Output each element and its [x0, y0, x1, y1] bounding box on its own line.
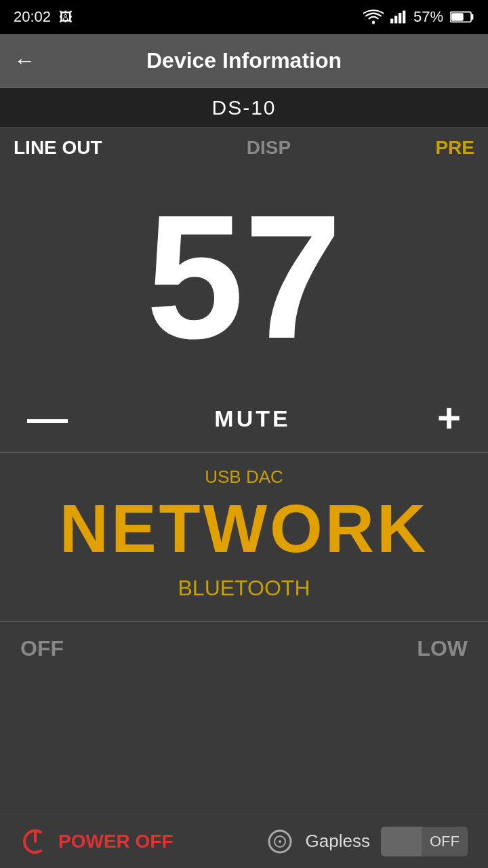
source-section: USB DAC NETWORK BLUETOOTH	[0, 453, 488, 608]
network-label[interactable]: NETWORK	[60, 494, 429, 562]
mute-button[interactable]: MUTE	[214, 406, 290, 432]
page-title: Device Information	[146, 48, 342, 73]
power-icon	[20, 827, 50, 856]
mode-pre[interactable]: PRE	[435, 137, 474, 159]
gapless-section: Gapless OFF	[265, 827, 468, 856]
bottom-controls: OFF LOW	[0, 621, 488, 675]
low-button[interactable]: LOW	[417, 636, 468, 661]
bluetooth-label[interactable]: BLUETOOTH	[178, 576, 310, 601]
battery-icon	[450, 9, 474, 24]
signal-icon	[390, 9, 407, 24]
battery-percent: 57%	[413, 8, 443, 26]
device-name: DS-10	[211, 96, 276, 119]
volume-display: 57	[0, 168, 488, 385]
volume-number: 57	[146, 189, 342, 365]
power-off-section: POWER OFF	[20, 827, 174, 856]
status-right: 57%	[363, 8, 474, 26]
image-icon: 🖼	[59, 9, 73, 25]
svg-rect-2	[394, 16, 397, 23]
svg-point-12	[279, 840, 281, 843]
svg-rect-7	[451, 13, 464, 20]
nav-bar: ← Device Information	[0, 34, 488, 88]
power-bar: POWER OFF Gapless OFF	[0, 814, 488, 868]
back-button[interactable]: ←	[14, 48, 35, 73]
gapless-icon	[265, 827, 295, 856]
status-time: 20:02	[14, 8, 51, 26]
device-name-bar: DS-10	[0, 88, 488, 127]
svg-rect-3	[399, 13, 401, 23]
svg-point-0	[372, 20, 375, 23]
gapless-toggle[interactable]: OFF	[381, 827, 468, 856]
toggle-track	[381, 827, 422, 856]
mode-row: LINE OUT DISP PRE	[0, 127, 488, 168]
svg-rect-6	[471, 14, 473, 20]
status-bar: 20:02 🖼 57%	[0, 0, 488, 34]
off-button[interactable]: OFF	[20, 636, 64, 661]
volume-down-button[interactable]: —	[27, 398, 68, 439]
wifi-icon	[363, 9, 384, 24]
power-off-label[interactable]: POWER OFF	[58, 831, 174, 852]
usb-dac-label[interactable]: USB DAC	[205, 467, 283, 488]
gapless-label: Gapless	[306, 831, 370, 852]
svg-rect-4	[403, 11, 405, 24]
volume-up-button[interactable]: +	[437, 398, 461, 439]
svg-rect-1	[390, 19, 393, 24]
controls-row: — MUTE +	[0, 385, 488, 453]
mode-disp[interactable]: DISP	[247, 137, 291, 159]
toggle-off-label: OFF	[422, 827, 468, 856]
mode-lineout[interactable]: LINE OUT	[14, 137, 102, 159]
status-left: 20:02 🖼	[14, 8, 73, 26]
